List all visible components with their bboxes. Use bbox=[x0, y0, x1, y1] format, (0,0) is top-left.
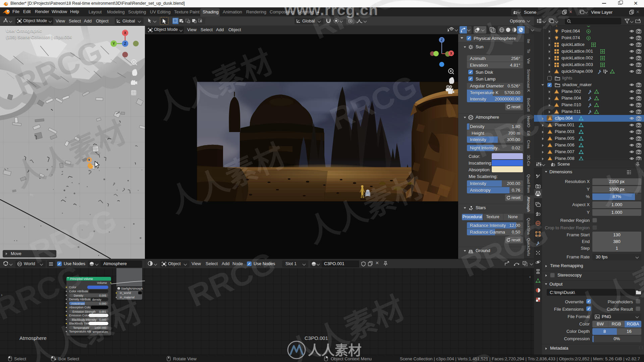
svg-text:Z: Z bbox=[124, 42, 126, 46]
svg-text:Y: Y bbox=[113, 42, 115, 46]
svg-text:Z: Z bbox=[441, 38, 443, 42]
svg-text:X: X bbox=[450, 52, 452, 55]
svg-text:人人素材: 人人素材 bbox=[308, 343, 362, 358]
svg-text:X: X bbox=[124, 31, 126, 35]
